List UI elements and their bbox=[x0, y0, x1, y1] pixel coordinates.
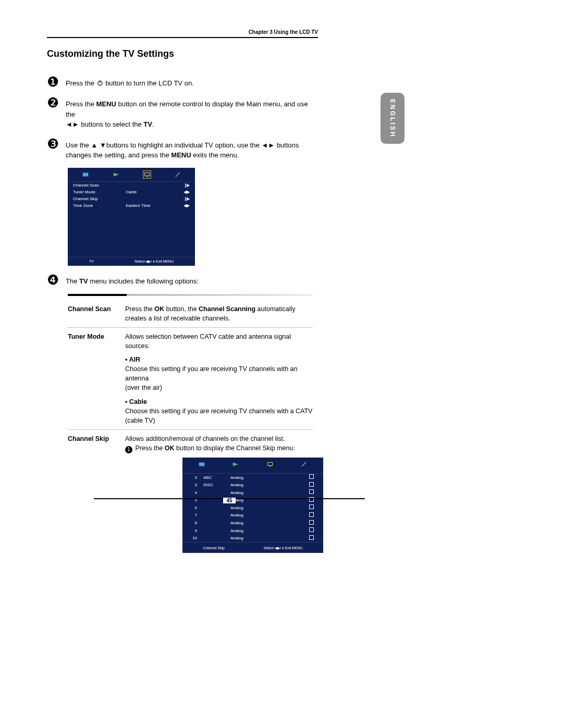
step4-post: menu includes the following options: bbox=[88, 277, 199, 285]
step-4: ❹ The TV menu includes the following opt… bbox=[47, 273, 318, 287]
step3-menu: MENU bbox=[171, 151, 191, 159]
setup-icon bbox=[174, 171, 181, 178]
audio-icon bbox=[113, 171, 120, 178]
option-label: Channel Scan bbox=[68, 304, 125, 323]
option-label: Channel Skip bbox=[68, 434, 125, 553]
table-row: 4Analog bbox=[182, 489, 323, 497]
table-row: 10Analog bbox=[182, 535, 323, 542]
picture-icon bbox=[198, 461, 205, 468]
option-channel-scan: Channel Scan Press the OK button, the Ch… bbox=[68, 304, 313, 328]
step-number-1: ❶ bbox=[47, 75, 66, 89]
osd2-footer: Channel Skip Select ◀▶/ ♦ Exit MENU bbox=[182, 542, 323, 553]
step3-l1: Use the ▲ ▼buttons to highlight an indiv… bbox=[66, 141, 299, 149]
table-row: Time ZoneEastern Time◀▶ bbox=[68, 202, 195, 209]
step1-pre: Press the bbox=[66, 79, 96, 87]
svg-rect-5 bbox=[199, 463, 205, 466]
table-row: 7Analog bbox=[182, 512, 323, 520]
table-row: 9Analog bbox=[182, 527, 323, 535]
power-icon bbox=[96, 79, 104, 87]
step4-tv: TV bbox=[79, 277, 88, 285]
substep-1-icon: 1 bbox=[125, 446, 132, 453]
step2-tv: TV bbox=[143, 120, 152, 128]
osd1-footer: TV Select ◀▶/ ♦ Exit MENU bbox=[68, 257, 195, 266]
option-tuner-mode: Tuner Mode Allows selection between CATV… bbox=[68, 332, 313, 430]
svg-rect-3 bbox=[144, 172, 149, 176]
page-number: 45 bbox=[223, 498, 235, 503]
option-label: Tuner Mode bbox=[68, 332, 125, 425]
svg-rect-2 bbox=[82, 172, 88, 176]
setup-icon bbox=[300, 461, 308, 468]
picture-icon bbox=[82, 171, 89, 178]
step-number-4: ❹ bbox=[47, 273, 66, 287]
tv-icon bbox=[266, 461, 274, 468]
language-tab: ENGLISH bbox=[381, 93, 405, 144]
table-row: Tuner ModeCable◀▶ bbox=[68, 189, 195, 195]
table-row: 3DISCAnalog bbox=[182, 482, 323, 489]
table-row: Channel Scan‖▶ bbox=[68, 182, 195, 189]
step3-l2c: exits the menu. bbox=[191, 151, 239, 159]
table-row: 8Analog bbox=[182, 520, 323, 527]
top-rule bbox=[47, 37, 318, 38]
option-channel-skip: Channel Skip Allows addition/removal of … bbox=[68, 434, 313, 558]
step-number-3: ❸ bbox=[47, 137, 66, 151]
svg-rect-6 bbox=[267, 463, 272, 466]
step-1: ❶ Press the button to turn the LCD TV on… bbox=[47, 75, 318, 89]
language-tab-label: ENGLISH bbox=[389, 99, 396, 138]
table-row: Channel Skip‖▶ bbox=[68, 195, 195, 202]
chapter-header: Chapter 3 Using the LCD TV bbox=[47, 29, 318, 37]
table-row: 2ABCAnalog bbox=[182, 474, 323, 482]
cable-heading: Cable bbox=[125, 398, 147, 405]
step-2: ❷ Press the MENU button on the remote co… bbox=[47, 96, 318, 130]
step2-menu: MENU bbox=[96, 100, 116, 108]
tv-icon bbox=[143, 171, 151, 178]
step2-l2c: . bbox=[152, 120, 154, 128]
air-heading: AIR bbox=[125, 356, 140, 363]
audio-icon bbox=[232, 461, 239, 468]
gradient-bar bbox=[68, 294, 313, 296]
step2-l2a: ◄► buttons to select the bbox=[66, 120, 143, 128]
osd1-table: Channel Scan‖▶ Tuner ModeCable◀▶ Channel… bbox=[68, 182, 195, 209]
step-number-2: ❷ bbox=[47, 96, 66, 109]
step2-l1a: Press the bbox=[66, 100, 96, 108]
step-3: ❸ Use the ▲ ▼buttons to highlight an ind… bbox=[47, 137, 318, 161]
step1-post: button to turn the LCD TV on. bbox=[104, 79, 194, 87]
osd-tv-menu: Channel Scan‖▶ Tuner ModeCable◀▶ Channel… bbox=[68, 168, 195, 266]
section-title: Customizing the TV Settings bbox=[47, 48, 318, 59]
page-footer: 45 bbox=[94, 498, 365, 509]
step3-l2a: changes the setting, and press the bbox=[66, 151, 171, 159]
step4-pre: The bbox=[66, 277, 79, 285]
